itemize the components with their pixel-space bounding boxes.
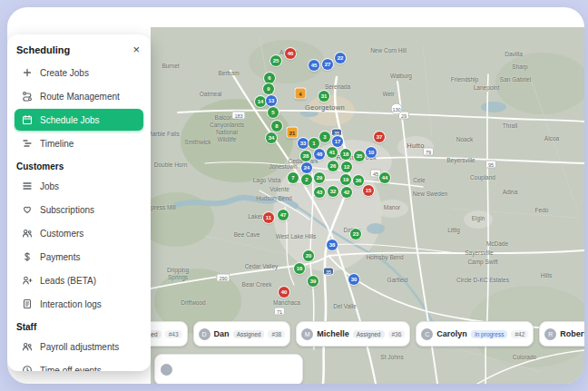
agent-name: Robert — [560, 329, 584, 338]
job-marker[interactable]: 27 — [322, 59, 333, 70]
job-marker[interactable]: 23 — [350, 229, 361, 239]
dollar-icon — [21, 251, 33, 263]
job-marker[interactable]: 43 — [314, 187, 325, 198]
job-marker[interactable]: 9 — [263, 83, 274, 94]
sidebar-item-timeline[interactable]: Timeline — [15, 132, 143, 154]
job-marker[interactable]: 6 — [264, 73, 275, 83]
sidebar-item-subscriptions[interactable]: Subscriptions — [15, 199, 143, 220]
job-marker[interactable]: 42 — [341, 187, 352, 198]
sidebar-item-jobs[interactable]: Jobs — [15, 175, 143, 197]
agent-card[interactable]: DDanAssigned#38 — [193, 321, 291, 347]
job-marker[interactable]: 24 — [301, 162, 312, 173]
job-marker[interactable]: 48 — [314, 149, 325, 160]
job-marker[interactable]: 4 — [296, 89, 306, 99]
job-marker[interactable]: 41 — [327, 147, 338, 158]
users-icon — [21, 228, 33, 239]
job-marker[interactable]: 5 — [268, 107, 279, 118]
sidebar-item-customers[interactable]: Customers — [15, 222, 143, 244]
job-marker[interactable]: 20 — [303, 250, 314, 261]
agent-card[interactable]: Assigned#43 — [151, 321, 188, 347]
sidebar-item-payroll-adjustments[interactable]: Payroll adjustments — [15, 336, 143, 357]
job-marker[interactable]: 8 — [271, 121, 282, 132]
road-shield: 95 — [485, 161, 496, 169]
job-marker[interactable]: 14 — [255, 96, 266, 107]
job-marker[interactable]: 12 — [341, 161, 352, 172]
sidebar-nav: Create JobsRoute ManagementSchedule Jobs… — [15, 62, 143, 371]
job-marker[interactable]: 47 — [278, 210, 289, 220]
job-marker[interactable]: 31 — [318, 91, 329, 102]
map-canvas[interactable]: AndiceNew Corn HillDavillaSharpBurnetBer… — [151, 27, 584, 384]
sidebar-item-label: Subscriptions — [40, 205, 94, 215]
job-marker[interactable]: 22 — [335, 53, 346, 64]
agent-card[interactable]: RRobert — [539, 321, 584, 347]
job-marker[interactable]: 44 — [379, 172, 390, 183]
job-marker[interactable]: 37 — [374, 132, 385, 142]
sidebar-item-create-jobs[interactable]: Create Jobs — [15, 62, 143, 83]
job-marker[interactable]: 2 — [301, 174, 312, 185]
agent-card[interactable]: MMichelleAssigned#36 — [296, 321, 410, 347]
job-marker[interactable]: 40 — [279, 287, 289, 298]
job-marker[interactable]: 25 — [270, 55, 281, 66]
road-shield: 183 — [231, 112, 245, 120]
status-badge: In progress — [471, 330, 508, 338]
sidebar-item-label: Time off events — [40, 366, 102, 372]
job-marker[interactable]: 16 — [294, 263, 305, 274]
sidebar-item-interaction-logs[interactable]: Interaction logs — [15, 293, 143, 315]
job-marker[interactable]: 3 — [319, 132, 330, 142]
job-marker[interactable]: 39 — [308, 276, 318, 287]
job-marker[interactable]: 29 — [314, 172, 325, 183]
job-marker[interactable]: 36 — [353, 175, 364, 186]
sidebar-header: Scheduling × — [16, 44, 142, 55]
nav-section-header: Customers — [16, 161, 142, 171]
sidebar-item-route-management[interactable]: Route Management — [15, 85, 143, 107]
scheduling-sidebar: Scheduling × Create JobsRoute Management… — [7, 34, 151, 371]
clock-icon — [21, 365, 33, 372]
job-marker[interactable]: 33 — [298, 138, 309, 149]
job-marker[interactable]: 38 — [327, 239, 338, 250]
job-marker[interactable]: 28 — [300, 151, 311, 161]
sidebar-item-time-off-events[interactable]: Time off events — [15, 359, 143, 371]
list-icon — [21, 181, 33, 192]
agent-cards-row[interactable]: Assigned#43DDanAssigned#38MMichelleAssig… — [151, 321, 584, 346]
route-icon — [21, 91, 33, 103]
job-marker[interactable]: 26 — [328, 161, 338, 171]
sidebar-item-label: Route Management — [40, 92, 120, 102]
sidebar-item-leads[interactable]: Leads (BETA) — [15, 269, 143, 291]
agent-card[interactable]: CCarolynIn progress#42 — [416, 321, 534, 347]
job-marker[interactable]: 45 — [309, 60, 319, 71]
sidebar-item-schedule-jobs[interactable]: Schedule Jobs — [15, 109, 143, 131]
agent-card-partial[interactable] — [154, 354, 303, 384]
job-marker[interactable]: 11 — [263, 212, 274, 223]
avatar: M — [301, 328, 313, 340]
user-plus-icon — [21, 275, 33, 287]
job-marker[interactable]: 15 — [363, 185, 374, 196]
job-marker[interactable]: 32 — [328, 186, 338, 197]
plus-icon — [21, 67, 33, 79]
job-marker[interactable]: 46 — [285, 48, 296, 59]
job-marker[interactable]: 17 — [332, 136, 343, 147]
avatar: C — [421, 328, 433, 340]
agent-name: Michelle — [317, 329, 349, 338]
job-marker[interactable]: 7 — [288, 172, 299, 183]
sidebar-item-label: Jobs — [40, 181, 59, 191]
calendar-icon — [21, 114, 33, 126]
job-marker[interactable]: 30 — [348, 274, 359, 285]
avatar: R — [544, 328, 556, 340]
job-id-badge: #38 — [268, 330, 285, 338]
job-marker[interactable]: 10 — [366, 147, 377, 158]
job-marker[interactable]: 34 — [266, 132, 277, 143]
close-icon[interactable]: × — [131, 44, 142, 55]
job-marker[interactable]: 35 — [354, 151, 365, 161]
job-marker[interactable]: 1 — [309, 138, 319, 149]
job-marker[interactable]: 13 — [266, 95, 277, 106]
status-badge: Assigned — [151, 330, 162, 338]
avatar — [161, 364, 172, 376]
job-marker[interactable]: 19 — [340, 174, 351, 185]
job-id-badge: #36 — [388, 330, 406, 338]
gantt-icon — [21, 138, 33, 150]
sidebar-item-label: Timeline — [40, 139, 74, 149]
job-marker[interactable]: 21 — [288, 128, 298, 138]
doc-icon — [21, 298, 33, 310]
sidebar-item-payments[interactable]: Payments — [15, 246, 143, 268]
job-marker[interactable]: 18 — [340, 149, 351, 160]
